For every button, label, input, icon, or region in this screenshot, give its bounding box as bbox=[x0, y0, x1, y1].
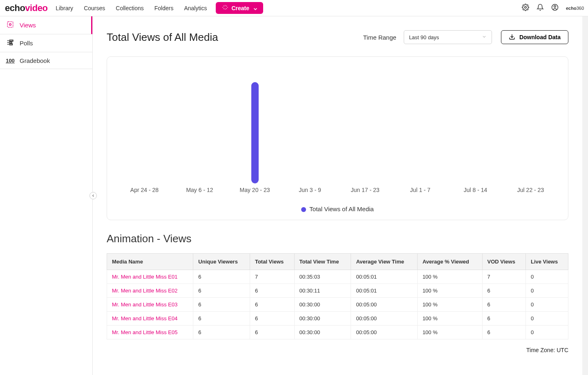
x-tick: Jul 1 - 7 bbox=[393, 187, 448, 195]
cell-total-view-time: 00:35:03 bbox=[294, 270, 351, 284]
col-unique-viewers[interactable]: Unique Viewers bbox=[193, 254, 250, 270]
bar-slot bbox=[503, 67, 558, 183]
svg-rect-5 bbox=[10, 40, 13, 41]
media-link[interactable]: Mr. Men and Little Miss E03 bbox=[112, 301, 177, 308]
svg-rect-6 bbox=[10, 42, 12, 43]
sidebar: Views Polls 100 Gradebook bbox=[0, 16, 93, 375]
sidebar-item-label: Polls bbox=[20, 40, 33, 47]
table-row: Mr. Men and Little Miss E056600:30:0000:… bbox=[107, 326, 568, 339]
sidebar-item-polls[interactable]: Polls bbox=[0, 34, 92, 52]
cell-media-name: Mr. Men and Little Miss E03 bbox=[107, 298, 193, 312]
legend-color-dot bbox=[301, 207, 306, 212]
download-data-button[interactable]: Download Data bbox=[501, 30, 568, 44]
x-tick: May 20 - 23 bbox=[227, 187, 282, 195]
sidebar-item-gradebook[interactable]: 100 Gradebook bbox=[0, 52, 92, 69]
cell-media-name: Mr. Men and Little Miss E01 bbox=[107, 270, 193, 284]
notifications-icon[interactable] bbox=[537, 4, 544, 13]
echo360-badge[interactable]: echo360 bbox=[566, 6, 584, 11]
svg-rect-7 bbox=[10, 44, 13, 45]
media-link[interactable]: Mr. Men and Little Miss E04 bbox=[112, 315, 177, 321]
chart-legend: Total Views of All Media bbox=[117, 205, 558, 212]
cell-total-views: 7 bbox=[250, 270, 294, 284]
col-total-views[interactable]: Total Views bbox=[250, 254, 294, 270]
nav-collections[interactable]: Collections bbox=[116, 5, 143, 11]
cell-total-view-time: 00:30:11 bbox=[294, 284, 351, 298]
settings-icon[interactable] bbox=[522, 4, 529, 13]
bar-slot bbox=[338, 67, 393, 183]
chart-card: Apr 24 - 28May 6 - 12May 20 - 23Jun 3 - … bbox=[107, 56, 568, 220]
create-button[interactable]: Create bbox=[216, 2, 263, 14]
col-total-view-time[interactable]: Total View Time bbox=[294, 254, 351, 270]
chart-bar[interactable] bbox=[251, 82, 259, 183]
x-tick: Jul 22 - 23 bbox=[503, 187, 558, 195]
nav-library[interactable]: Library bbox=[56, 5, 73, 11]
cell-live: 0 bbox=[525, 270, 568, 284]
col-live-views[interactable]: Live Views bbox=[525, 254, 568, 270]
table-row: Mr. Men and Little Miss E046600:30:0000:… bbox=[107, 312, 568, 326]
sidebar-item-views[interactable]: Views bbox=[0, 16, 92, 34]
chart-area bbox=[117, 67, 558, 183]
chevron-left-icon bbox=[91, 194, 95, 198]
cell-unique-viewers: 6 bbox=[193, 284, 250, 298]
main-layout: Views Polls 100 Gradebook Total Views of… bbox=[0, 16, 588, 375]
col-vod-views[interactable]: VOD Views bbox=[482, 254, 525, 270]
time-range-select[interactable]: Last 90 days bbox=[404, 30, 492, 44]
chevron-down-icon bbox=[482, 34, 487, 40]
table-row: Mr. Men and Little Miss E036600:30:0000:… bbox=[107, 298, 568, 312]
chevron-down-icon bbox=[253, 6, 257, 10]
sidebar-item-label: Views bbox=[20, 22, 36, 29]
media-link[interactable]: Mr. Men and Little Miss E05 bbox=[112, 329, 177, 335]
profile-icon[interactable] bbox=[551, 4, 559, 13]
section-title: Animation - Views bbox=[107, 232, 568, 245]
col-avg-view-time[interactable]: Average View Time bbox=[351, 254, 417, 270]
cell-media-name: Mr. Men and Little Miss E04 bbox=[107, 312, 193, 326]
timezone-label: Time Zone: UTC bbox=[107, 347, 568, 353]
cell-unique-viewers: 6 bbox=[193, 326, 250, 339]
polls-icon bbox=[7, 39, 14, 47]
cell-live: 0 bbox=[525, 298, 568, 312]
cell-live: 0 bbox=[525, 284, 568, 298]
cell-media-name: Mr. Men and Little Miss E05 bbox=[107, 326, 193, 339]
cell-unique-viewers: 6 bbox=[193, 270, 250, 284]
download-label: Download Data bbox=[519, 34, 561, 40]
cell-vod: 6 bbox=[482, 298, 525, 312]
x-tick: May 6 - 12 bbox=[172, 187, 227, 195]
time-range-value: Last 90 days bbox=[409, 34, 439, 40]
scrollbar[interactable] bbox=[582, 16, 588, 375]
nav-folders[interactable]: Folders bbox=[154, 5, 174, 11]
media-link[interactable]: Mr. Men and Little Miss E02 bbox=[112, 288, 177, 294]
page-title: Total Views of All Media bbox=[107, 31, 218, 44]
cell-avg-pct: 100 % bbox=[417, 284, 482, 298]
table-header: Media Name Unique Viewers Total Views To… bbox=[107, 254, 568, 270]
bar-slot bbox=[393, 67, 448, 183]
download-icon bbox=[509, 33, 515, 41]
sparkle-icon bbox=[222, 4, 228, 11]
content: Total Views of All Media Time Range Last… bbox=[93, 16, 582, 375]
sidebar-item-label: Gradebook bbox=[20, 57, 50, 64]
cell-total-view-time: 00:30:00 bbox=[294, 326, 351, 339]
chart-x-axis: Apr 24 - 28May 6 - 12May 20 - 23Jun 3 - … bbox=[117, 187, 558, 195]
logo-video: video bbox=[25, 3, 47, 13]
svg-rect-3 bbox=[7, 22, 13, 27]
create-label: Create bbox=[231, 5, 249, 11]
nav-analytics[interactable]: Analytics bbox=[184, 5, 207, 11]
logo-echo: echo bbox=[5, 3, 25, 13]
cell-media-name: Mr. Men and Little Miss E02 bbox=[107, 284, 193, 298]
table-row: Mr. Men and Little Miss E016700:35:0300:… bbox=[107, 270, 568, 284]
nav-courses[interactable]: Courses bbox=[84, 5, 105, 11]
col-avg-pct-viewed[interactable]: Average % Viewed bbox=[417, 254, 482, 270]
cell-avg-view-time: 00:05:01 bbox=[351, 284, 417, 298]
bar-slot bbox=[117, 67, 172, 183]
cell-avg-pct: 100 % bbox=[417, 312, 482, 326]
logo[interactable]: echovideo bbox=[4, 3, 47, 13]
table-row: Mr. Men and Little Miss E026600:30:1100:… bbox=[107, 284, 568, 298]
x-tick: Jun 17 - 23 bbox=[338, 187, 393, 195]
cell-total-views: 6 bbox=[250, 284, 294, 298]
cell-total-views: 6 bbox=[250, 312, 294, 326]
sidebar-collapse-handle[interactable] bbox=[89, 192, 97, 199]
x-tick: Jul 8 - 14 bbox=[448, 187, 503, 195]
media-link[interactable]: Mr. Men and Little Miss E01 bbox=[112, 274, 177, 280]
col-media-name[interactable]: Media Name bbox=[107, 254, 193, 270]
cell-avg-view-time: 00:05:01 bbox=[351, 270, 417, 284]
time-range-label: Time Range bbox=[363, 34, 396, 41]
